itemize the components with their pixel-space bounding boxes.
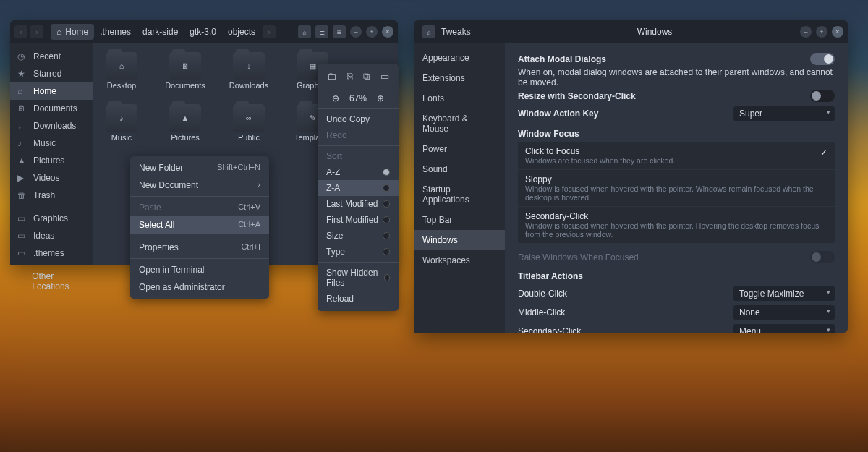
close-button[interactable]: ✕ <box>382 26 393 38</box>
menu-show-hidden[interactable]: Show Hidden Files <box>318 265 399 291</box>
crumb-darkside[interactable]: dark-side <box>137 24 184 40</box>
clock-icon: ◷ <box>17 51 27 61</box>
sidebar-item-starred[interactable]: ★Starred <box>10 65 93 82</box>
section-window-focus: Window Focus <box>518 129 835 139</box>
folder-pictures[interactable]: ▲Pictures <box>163 104 207 142</box>
view-list-button[interactable]: ≣ <box>315 25 328 38</box>
combo-secondary-click[interactable]: Menu <box>733 324 835 333</box>
sidebar-item-recent[interactable]: ◷Recent <box>10 48 93 65</box>
hamburger-button[interactable]: ≡ <box>333 25 346 38</box>
crumb-objects[interactable]: objects <box>222 24 261 40</box>
toggle-attach-dialogs[interactable] <box>810 53 835 65</box>
menu-shortcut: Ctrl+V <box>238 202 260 213</box>
crumb-home[interactable]: ⌂ Home <box>51 24 94 40</box>
popover-toolbar: 🗀 ⎘ ⧉ ▭ <box>318 68 399 85</box>
menu-select-all[interactable]: Select AllCtrl+A <box>130 216 269 234</box>
folder-public[interactable]: ∞Public <box>227 104 271 142</box>
tab-startup[interactable]: Startup Applications <box>414 179 505 210</box>
sidebar-item-downloads[interactable]: ↓Downloads <box>10 117 93 135</box>
sidebar-label: .themes <box>33 248 64 258</box>
minimize-button[interactable]: – <box>350 26 362 38</box>
folder-icon: ▭ <box>17 248 27 258</box>
menu-reload[interactable]: Reload <box>318 291 399 307</box>
hamburger-popover: 🗀 ⎘ ⧉ ▭ ⊖ 67% ⊕ Undo Copy Redo Sort A-Z … <box>318 64 399 311</box>
sidebar-item-music[interactable]: ♪Music <box>10 135 93 152</box>
tab-extensions[interactable]: Extensions <box>414 68 505 88</box>
menu-new-document[interactable]: New Document› <box>130 176 269 194</box>
settings-panel: Attach Modal Dialogs When on, modal dial… <box>505 43 848 333</box>
maximize-button[interactable]: + <box>366 26 378 38</box>
menu-shortcut: Ctrl+A <box>238 220 260 230</box>
crumb-themes[interactable]: .themes <box>94 24 137 40</box>
crumb-gtk[interactable]: gtk-3.0 <box>184 24 222 40</box>
folder-downloads[interactable]: ↓Downloads <box>227 52 271 90</box>
tab-windows[interactable]: Windows <box>414 230 505 250</box>
focus-click[interactable]: Click to Focus Windows are focused when … <box>518 142 835 170</box>
menu-undo[interactable]: Undo Copy <box>318 111 399 127</box>
toggle-raise-windows <box>810 251 835 263</box>
file-manager-window: ‹ › ⌂ Home .themes dark-side gtk-3.0 obj… <box>10 20 398 265</box>
tab-sound[interactable]: Sound <box>414 159 505 179</box>
menu-separator <box>130 236 269 236</box>
zoom-out-button[interactable]: ⊖ <box>332 93 339 103</box>
combo-double-click[interactable]: Toggle Maximize <box>733 286 835 301</box>
radio-icon <box>383 232 390 239</box>
sort-last-modified[interactable]: Last Modified <box>318 196 399 212</box>
setting-secondary-click: Secondary-Click <box>518 326 733 333</box>
sort-size[interactable]: Size <box>318 228 399 244</box>
sidebar-item-other-locations[interactable]: +Other Locations <box>10 268 93 295</box>
sidebar-item-pictures[interactable]: ▲Pictures <box>10 152 93 169</box>
menu-new-folder[interactable]: New FolderShift+Ctrl+N <box>130 159 269 176</box>
toggle-resize-secondary[interactable] <box>810 90 835 102</box>
menu-open-admin[interactable]: Open as Administrator <box>130 278 269 296</box>
sidebar-item-ideas[interactable]: ▭Ideas <box>10 227 93 244</box>
menu-label: Size <box>326 231 343 241</box>
tab-power[interactable]: Power <box>414 139 505 159</box>
folder-desktop[interactable]: ⌂Desktop <box>100 52 143 90</box>
sidebar-label: Graphics <box>33 213 68 223</box>
new-folder-icon[interactable]: 🗀 <box>327 71 336 82</box>
close-button[interactable]: ✕ <box>832 26 843 38</box>
sort-type[interactable]: Type <box>318 244 399 260</box>
tab-top-bar[interactable]: Top Bar <box>414 210 505 230</box>
folder-documents[interactable]: 🗎Documents <box>163 52 207 90</box>
tab-appearance[interactable]: Appearance <box>414 48 505 68</box>
zoom-in-button[interactable]: ⊕ <box>377 93 384 103</box>
menu-open-terminal[interactable]: Open in Terminal <box>130 261 269 278</box>
maximize-button[interactable]: + <box>816 26 827 38</box>
folder-label: Music <box>111 133 132 142</box>
combo-middle-click[interactable]: None <box>733 305 835 320</box>
menu-properties[interactable]: PropertiesCtrl+I <box>130 239 269 256</box>
path-more-button[interactable]: › <box>263 25 276 38</box>
sidebar-label: Pictures <box>33 155 64 166</box>
sort-za[interactable]: Z-A <box>318 180 399 196</box>
focus-secondary[interactable]: Secondary-Click Window is focused when h… <box>518 207 835 243</box>
sidebar-item-home[interactable]: ⌂Home <box>10 82 93 100</box>
search-button[interactable]: ⌕ <box>298 25 311 38</box>
tab-workspaces[interactable]: Workspaces <box>414 250 505 270</box>
nav-back-button[interactable]: ‹ <box>14 25 27 38</box>
bookmark-icon[interactable]: ⎘ <box>347 71 353 82</box>
combo-action-key[interactable]: Super <box>733 106 835 121</box>
nav-forward-button[interactable]: › <box>30 25 43 38</box>
minimize-button[interactable]: – <box>800 26 812 38</box>
sort-az[interactable]: A-Z <box>318 164 399 180</box>
tab-keyboard-mouse[interactable]: Keyboard & Mouse <box>414 108 505 139</box>
sidebar-label: Home <box>33 86 56 96</box>
sidebar-item-videos[interactable]: ▶Videos <box>10 169 93 187</box>
folder-music[interactable]: ♪Music <box>100 104 143 142</box>
menu-label: Z-A <box>326 183 340 193</box>
new-window-icon[interactable]: ▭ <box>380 71 389 82</box>
sort-first-modified[interactable]: First Modified <box>318 212 399 228</box>
option-desc: Windows are focused when they are clicke… <box>525 156 827 165</box>
download-icon: ↓ <box>17 121 27 131</box>
titlebar: ‹ › ⌂ Home .themes dark-side gtk-3.0 obj… <box>10 20 398 43</box>
focus-sloppy[interactable]: Sloppy Window is focused when hovered wi… <box>518 170 835 207</box>
search-button[interactable]: ⌕ <box>422 25 435 38</box>
sidebar-item-trash[interactable]: 🗑Trash <box>10 187 93 204</box>
sidebar-item-documents[interactable]: 🗎Documents <box>10 100 93 117</box>
tab-fonts[interactable]: Fonts <box>414 88 505 108</box>
sidebar-item-graphics[interactable]: ▭Graphics <box>10 210 93 227</box>
sidebar-item-themes[interactable]: ▭.themes <box>10 244 93 262</box>
new-tab-icon[interactable]: ⧉ <box>363 71 370 82</box>
